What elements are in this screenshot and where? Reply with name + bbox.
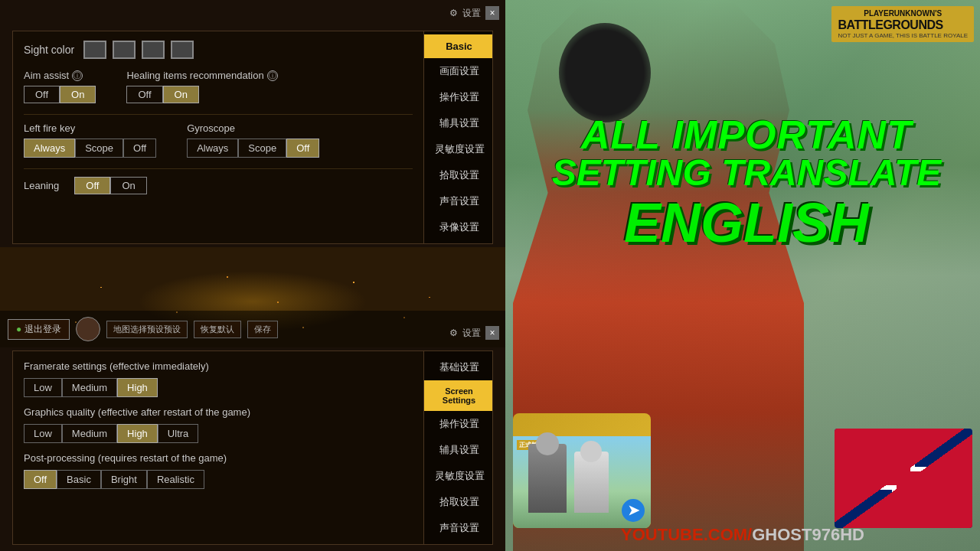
healing-info-icon[interactable]: ⓘ <box>267 70 278 81</box>
divider-2 <box>24 168 413 169</box>
healing-label: Healing items recommendation ⓘ <box>126 70 277 81</box>
bottom-sidebar-basic[interactable]: 基础设置 <box>424 354 492 380</box>
healing-on-btn[interactable]: On <box>163 86 199 103</box>
post-section: Post-processing (requires restart of the… <box>24 452 413 489</box>
game-thumbnail: 正式版 ➤ <box>513 413 651 528</box>
bottom-sidebar-sensitivity[interactable]: 灵敏度设置 <box>424 463 492 489</box>
sidebar-item-basic[interactable]: Basic <box>424 34 492 58</box>
graphics-ultra[interactable]: Ultra <box>158 424 198 443</box>
graphics-options: Low Medium High Ultra <box>24 424 413 443</box>
leaning-label: Leaning <box>24 180 59 191</box>
character-head <box>559 23 651 122</box>
sidebar-item-recording[interactable]: 录像设置 <box>424 214 492 240</box>
sight-color-swatch-3[interactable] <box>142 41 165 59</box>
game-thumb-bg: 正式版 ➤ <box>513 436 651 528</box>
leaning-row: Leaning Off On <box>24 177 413 194</box>
sidebar-item-screen[interactable]: 画面设置 <box>424 58 492 84</box>
top-panel-title: 设置 <box>462 7 481 20</box>
bottom-settings-gear-icon: ⚙ <box>449 328 458 338</box>
divider-1 <box>24 114 413 115</box>
char1-body <box>528 444 567 513</box>
aim-assist-toggle: Off On <box>24 86 96 103</box>
sidebar-item-controls[interactable]: 操作设置 <box>424 84 492 110</box>
left-fire-always[interactable]: Always <box>24 139 75 158</box>
sidebar-item-pickup[interactable]: 拾取设置 <box>424 162 492 188</box>
channel-name: GHOST976HD <box>752 525 864 544</box>
gyroscope-section: Gyroscope Always Scope Off <box>187 122 319 158</box>
bottom-sidebar-tools[interactable]: 辅具设置 <box>424 437 492 463</box>
char2-body <box>574 452 609 513</box>
map-select-btn[interactable]: 地图选择预设预设 <box>106 321 188 338</box>
bottom-sidebar-screen[interactable]: ScreenSettings <box>424 380 492 411</box>
pubg-logo: PLAYERUNKNOWN'S BATTLEGROUNDS NOT JUST A… <box>831 6 974 42</box>
top-panel-close[interactable]: × <box>485 6 499 20</box>
left-panel: ⚙ 设置 × Sight color Aim assist <box>0 0 505 551</box>
leaning-toggle: Off On <box>74 177 146 194</box>
pubg-logo-sub: NOT JUST A GAME, THIS IS BATTLE ROYALE <box>838 32 968 39</box>
sidebar-item-tools[interactable]: 辅具设置 <box>424 110 492 136</box>
sight-color-swatch-4[interactable] <box>171 41 194 59</box>
settings-gear-icon: ⚙ <box>449 8 458 18</box>
overlay-line2: SETTING TRANSLATE <box>521 155 972 191</box>
graphics-low[interactable]: Low <box>24 424 62 443</box>
left-fire-scope[interactable]: Scope <box>75 139 123 158</box>
gyro-always[interactable]: Always <box>187 139 238 158</box>
overlay-line3: ENGLISH <box>521 191 972 254</box>
healing-section: Healing items recommendation ⓘ Off On <box>126 70 277 103</box>
game-bg-area: ● 退出登录 地图选择预设预设 恢复默认 保存 <box>0 247 505 347</box>
logout-button[interactable]: ● 退出登录 <box>8 319 70 340</box>
post-label: Post-processing (requires restart of the… <box>24 452 413 464</box>
pubg-logo-top: PLAYERUNKNOWN'S <box>838 9 968 18</box>
aim-assist-on-btn[interactable]: On <box>60 86 96 103</box>
aim-assist-info-icon[interactable]: ⓘ <box>72 70 83 81</box>
uk-flag <box>835 429 972 528</box>
left-fire-options: Always Scope Off <box>24 139 156 158</box>
post-realistic[interactable]: Realistic <box>147 470 204 489</box>
post-off[interactable]: Off <box>24 470 57 489</box>
post-options: Off Basic Bright Realistic <box>24 470 413 489</box>
aim-assist-off-btn[interactable]: Off <box>24 86 60 103</box>
bottom-sidebar-controls[interactable]: 操作设置 <box>424 411 492 437</box>
sidebar-item-sensitivity[interactable]: 灵敏度设置 <box>424 136 492 162</box>
aim-assist-section: Aim assist ⓘ Off On <box>24 70 96 103</box>
framerate-high[interactable]: High <box>117 378 158 397</box>
sight-color-label: Sight color <box>24 44 74 56</box>
restore-default-btn[interactable]: 恢复默认 <box>194 321 241 338</box>
framerate-low[interactable]: Low <box>24 378 62 397</box>
bottom-sidebar-sound[interactable]: 声音设置 <box>424 515 492 541</box>
post-basic[interactable]: Basic <box>57 470 101 489</box>
left-fire-off[interactable]: Off <box>123 139 156 158</box>
graphics-high[interactable]: High <box>117 424 158 443</box>
leaning-on-btn[interactable]: On <box>110 177 146 194</box>
graphics-medium[interactable]: Medium <box>62 424 117 443</box>
gyro-off[interactable]: Off <box>286 139 319 158</box>
framerate-medium[interactable]: Medium <box>62 378 117 397</box>
sidebar-item-sound[interactable]: 声音设置 <box>424 188 492 214</box>
top-panel-content: Sight color Aim assist ⓘ Off <box>13 31 423 243</box>
sight-color-swatch-1[interactable] <box>83 41 106 59</box>
graphics-label: Graphics quality (effective after restar… <box>24 406 413 418</box>
bottom-panel-sidebar: 基础设置 ScreenSettings 操作设置 辅具设置 灵敏度设置 拾取设置… <box>423 351 492 544</box>
healing-off-btn[interactable]: Off <box>126 86 162 103</box>
app-logo-arrow: ➤ <box>622 499 645 522</box>
gyro-scope[interactable]: Scope <box>238 139 286 158</box>
leaning-off-btn[interactable]: Off <box>74 177 110 194</box>
bottom-right-area: 正式版 ➤ <box>513 413 972 528</box>
char2-head <box>580 441 602 462</box>
char1-head <box>536 432 559 455</box>
sight-color-row: Sight color <box>24 41 413 59</box>
sight-color-swatch-2[interactable] <box>113 41 136 59</box>
healing-toggle: Off On <box>126 86 277 103</box>
aim-assist-label: Aim assist ⓘ <box>24 70 96 81</box>
overlay-line1: ALL IMPORTANT <box>521 115 972 155</box>
left-fire-section: Left fire key Always Scope Off <box>24 122 156 158</box>
bottom-panel-content: Framerate settings (effective immediatel… <box>13 351 423 544</box>
bottom-sidebar-pickup[interactable]: 拾取设置 <box>424 489 492 515</box>
save-btn[interactable]: 保存 <box>247 321 278 338</box>
framerate-label: Framerate settings (effective immediatel… <box>24 360 413 372</box>
title-overlay: ALL IMPORTANT SETTING TRANSLATE ENGLISH <box>521 115 972 254</box>
flag-background <box>835 429 972 528</box>
bottom-panel-close[interactable]: × <box>485 326 499 340</box>
graphics-section: Graphics quality (effective after restar… <box>24 406 413 443</box>
post-bright[interactable]: Bright <box>101 470 147 489</box>
